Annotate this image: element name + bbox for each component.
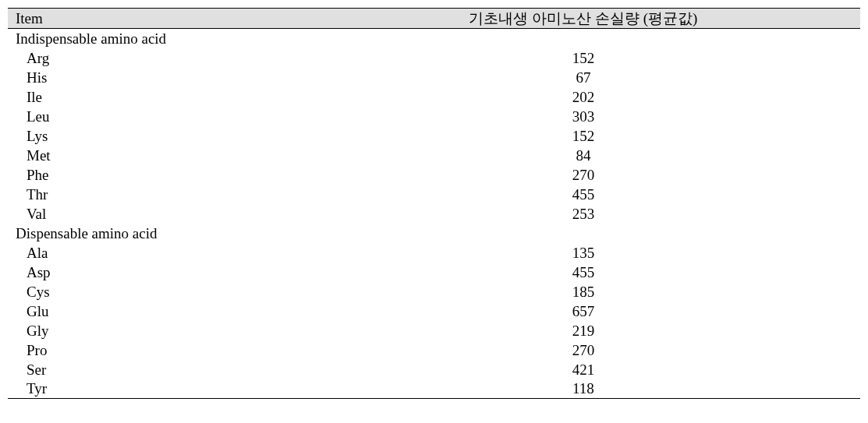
table-row: Ser 421 [8, 360, 860, 379]
row-value: 219 [400, 323, 860, 340]
row-value: 118 [400, 380, 860, 397]
row-label: Asp [8, 264, 400, 281]
row-label: Glu [8, 303, 400, 320]
header-value-column: 기초내생 아미노산 손실량 (평균값) [400, 9, 860, 29]
table-row: Leu 303 [8, 107, 860, 126]
row-label: Arg [8, 50, 400, 67]
table-row: Pro 270 [8, 340, 860, 360]
row-label: Leu [8, 108, 400, 125]
row-value: 152 [400, 128, 860, 145]
row-value: 202 [400, 89, 860, 106]
row-value: 84 [400, 147, 860, 164]
row-value: 185 [400, 284, 860, 301]
row-label: Gly [8, 323, 400, 340]
section-row: Indispensable amino acid [8, 29, 860, 48]
table-row: Tyr 118 [8, 379, 860, 399]
row-value: 253 [400, 206, 860, 223]
row-label: Phe [8, 167, 400, 184]
row-label: Met [8, 147, 400, 164]
row-value: 152 [400, 50, 860, 67]
table-row: Ile 202 [8, 87, 860, 107]
section-title: Dispensable amino acid [8, 225, 158, 242]
table-row: Cys 185 [8, 282, 860, 301]
row-label: Tyr [8, 380, 400, 397]
row-value: 657 [400, 303, 860, 320]
row-label: Ala [8, 245, 400, 262]
row-value: 67 [400, 69, 860, 86]
row-value: 303 [400, 108, 860, 125]
row-value: 421 [400, 361, 860, 379]
row-label: Thr [8, 186, 400, 203]
row-label: Ile [8, 89, 400, 106]
table-row: Lys 152 [8, 126, 860, 146]
row-value: 270 [400, 342, 860, 359]
table-row: Phe 270 [8, 165, 860, 185]
row-label: Pro [8, 342, 400, 359]
table-header-row: Item 기초내생 아미노산 손실량 (평균값) [8, 8, 860, 29]
table-row: Val 253 [8, 204, 860, 224]
row-value: 455 [400, 186, 860, 203]
table-row: Thr 455 [8, 185, 860, 204]
row-label: Val [8, 206, 400, 223]
row-value: 135 [400, 245, 860, 262]
row-label: Lys [8, 128, 400, 145]
section-row: Dispensable amino acid [8, 224, 860, 243]
section-title: Indispensable amino acid [8, 30, 166, 48]
row-label: His [8, 69, 400, 86]
table-row: Asp 455 [8, 263, 860, 282]
table-row: Arg 152 [8, 48, 860, 68]
table-row: Gly 219 [8, 321, 860, 340]
table-row: Met 84 [8, 146, 860, 165]
row-label: Cys [8, 284, 400, 301]
amino-acid-table: Item 기초내생 아미노산 손실량 (평균값) Indispensable a… [8, 8, 860, 399]
table-row: Ala 135 [8, 243, 860, 263]
row-value: 455 [400, 264, 860, 281]
row-label: Ser [8, 361, 400, 379]
header-item-column: Item [8, 10, 400, 27]
row-value: 270 [400, 167, 860, 184]
table-row: Glu 657 [8, 301, 860, 321]
table-row: His 67 [8, 68, 860, 87]
